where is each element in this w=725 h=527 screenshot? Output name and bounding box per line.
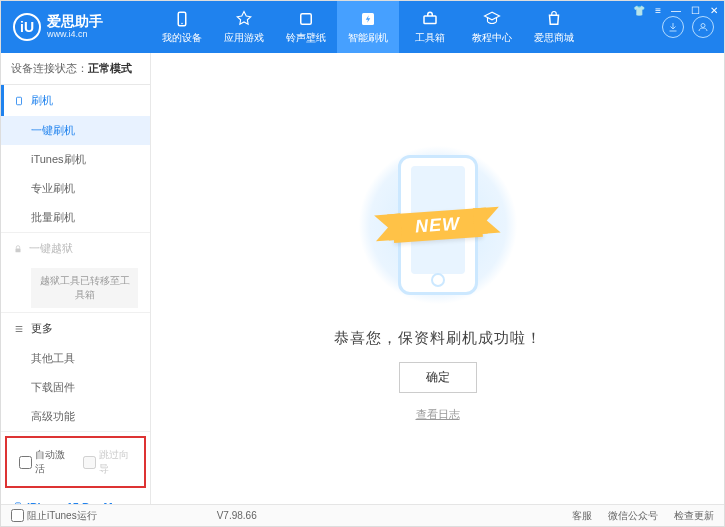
nav-store[interactable]: 爱思商城 bbox=[523, 1, 585, 53]
nav-ringtones[interactable]: 铃声壁纸 bbox=[275, 1, 337, 53]
main-nav: 我的设备 应用游戏 铃声壁纸 智能刷机 工具箱 教程中心 爱思商城 bbox=[151, 1, 662, 53]
menu-icon[interactable]: ≡ bbox=[655, 5, 661, 16]
sb-wechat[interactable]: 微信公众号 bbox=[608, 509, 658, 523]
svg-rect-6 bbox=[17, 97, 22, 105]
sidebar-jailbreak-head[interactable]: 一键越狱 bbox=[1, 233, 150, 264]
window-controls: 👕 ≡ — ☐ ✕ bbox=[633, 5, 718, 16]
sidebar-item-pro[interactable]: 专业刷机 bbox=[1, 174, 150, 203]
skip-guide-checkbox[interactable]: 跳过向导 bbox=[83, 448, 133, 476]
view-log-link[interactable]: 查看日志 bbox=[416, 407, 460, 422]
flash-icon bbox=[13, 96, 25, 106]
jailbreak-note: 越狱工具已转移至工具箱 bbox=[31, 268, 138, 308]
sb-update[interactable]: 检查更新 bbox=[674, 509, 714, 523]
block-itunes-checkbox[interactable]: 阻止iTunes运行 bbox=[11, 509, 97, 523]
logo-icon: iU bbox=[13, 13, 41, 41]
nav-apps-games[interactable]: 应用游戏 bbox=[213, 1, 275, 53]
main-panel: NEW 恭喜您，保资料刷机成功啦！ 确定 查看日志 bbox=[151, 53, 724, 504]
app-logo: iU 爱思助手 www.i4.cn bbox=[1, 13, 151, 41]
sidebar-item-batch[interactable]: 批量刷机 bbox=[1, 203, 150, 232]
title-bar: iU 爱思助手 www.i4.cn 我的设备 应用游戏 铃声壁纸 智能刷机 工具… bbox=[1, 1, 724, 53]
status-bar: 阻止iTunes运行 V7.98.66 客服 微信公众号 检查更新 bbox=[1, 504, 724, 526]
app-url: www.i4.cn bbox=[47, 30, 103, 40]
sidebar-item-oneclick[interactable]: 一键刷机 bbox=[1, 116, 150, 145]
sidebar-item-other-tools[interactable]: 其他工具 bbox=[1, 344, 150, 373]
ok-button[interactable]: 确定 bbox=[399, 362, 477, 393]
svg-point-1 bbox=[181, 22, 183, 24]
nav-smart-flash[interactable]: 智能刷机 bbox=[337, 1, 399, 53]
list-icon bbox=[13, 324, 25, 334]
new-ribbon: NEW bbox=[392, 207, 483, 242]
svg-point-5 bbox=[701, 24, 705, 28]
minimize-icon[interactable]: — bbox=[671, 5, 681, 16]
sb-support[interactable]: 客服 bbox=[572, 509, 592, 523]
maximize-icon[interactable]: ☐ bbox=[691, 5, 700, 16]
nav-toolbox[interactable]: 工具箱 bbox=[399, 1, 461, 53]
svg-rect-2 bbox=[301, 13, 312, 24]
connection-status: 设备连接状态：正常模式 bbox=[1, 53, 150, 85]
close-icon[interactable]: ✕ bbox=[710, 5, 718, 16]
svg-rect-7 bbox=[16, 248, 21, 252]
version-label: V7.98.66 bbox=[217, 510, 257, 521]
sidebar-item-download-fw[interactable]: 下载固件 bbox=[1, 373, 150, 402]
sidebar-flash-head[interactable]: 刷机 bbox=[1, 85, 150, 116]
download-icon[interactable] bbox=[662, 16, 684, 38]
auto-activate-checkbox[interactable]: 自动激活 bbox=[19, 448, 69, 476]
sidebar: 设备连接状态：正常模式 刷机 一键刷机 iTunes刷机 专业刷机 批量刷机 一… bbox=[1, 53, 151, 504]
app-title: 爱思助手 bbox=[47, 14, 103, 29]
success-message: 恭喜您，保资料刷机成功啦！ bbox=[334, 329, 542, 348]
nav-my-device[interactable]: 我的设备 bbox=[151, 1, 213, 53]
sidebar-item-itunes[interactable]: iTunes刷机 bbox=[1, 145, 150, 174]
lock-icon bbox=[13, 244, 23, 254]
success-illustration: NEW bbox=[348, 135, 528, 315]
nav-tutorials[interactable]: 教程中心 bbox=[461, 1, 523, 53]
user-icon[interactable] bbox=[692, 16, 714, 38]
options-row: 自动激活 跳过向导 bbox=[5, 436, 146, 488]
sidebar-more-head[interactable]: 更多 bbox=[1, 313, 150, 344]
skin-icon[interactable]: 👕 bbox=[633, 5, 645, 16]
svg-rect-4 bbox=[424, 16, 436, 24]
header-actions bbox=[662, 16, 724, 38]
sidebar-item-advanced[interactable]: 高级功能 bbox=[1, 402, 150, 431]
